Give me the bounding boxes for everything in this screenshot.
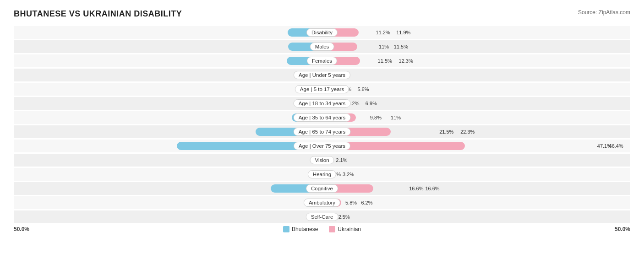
left-value-label: 11% <box>379 44 389 49</box>
right-value-label: 12.3% <box>399 58 413 64</box>
row-label: Age | Over 75 years <box>294 142 350 150</box>
chart-row: Age | 5 to 17 years4.9%5.6% <box>14 83 630 96</box>
chart-row: Females11.5%12.3% <box>14 54 630 67</box>
row-label: Age | 65 to 74 years <box>294 128 351 136</box>
row-label: Age | 35 to 64 years <box>294 113 351 122</box>
right-value-label: 11% <box>391 115 401 120</box>
footer: 50.0% Bhutanese Ukrainian 50.0% <box>14 226 630 232</box>
ukrainian-label: Ukrainian <box>338 226 361 232</box>
row-label: Males <box>310 43 334 51</box>
chart-row: Self-Care2.4%2.5% <box>14 210 630 223</box>
chart-row: Disability11.2%11.9% <box>14 26 630 39</box>
chart-row: Age | 18 to 34 years6.2%6.9% <box>14 97 630 110</box>
legend-bhutanese: Bhutanese <box>283 226 318 232</box>
header: BHUTANESE VS UKRAINIAN DISABILITY Source… <box>14 9 630 19</box>
legend: Bhutanese Ukrainian <box>29 226 615 232</box>
chart-row: Age | Under 5 years1.2%1.3% <box>14 69 630 81</box>
chart-row: Males11%11.5% <box>14 40 630 53</box>
scale-right: 50.0% <box>615 226 630 232</box>
row-label: Cognitive <box>306 184 338 193</box>
chart-row: Hearing3.2%3.2% <box>14 168 630 181</box>
row-label: Hearing <box>308 170 336 178</box>
left-value-label: 9.8% <box>370 115 382 120</box>
left-value-label: 11.5% <box>378 58 392 64</box>
left-value-label: 21.5% <box>439 129 453 135</box>
right-value-label: 2.5% <box>338 214 350 220</box>
right-value-label: 6.2% <box>361 200 372 205</box>
page-title: BHUTANESE VS UKRAINIAN DISABILITY <box>14 9 182 19</box>
row-label: Age | 18 to 34 years <box>294 99 351 108</box>
row-label: Vision <box>310 156 334 164</box>
chart-row: Ambulatory5.8%6.2% <box>14 196 630 209</box>
row-label: Age | 5 to 17 years <box>295 85 349 93</box>
right-value-label: 3.2% <box>343 172 354 177</box>
row-label: Ambulatory <box>304 199 340 207</box>
legend-ukrainian: Ukrainian <box>329 226 361 232</box>
page-container: BHUTANESE VS UKRAINIAN DISABILITY Source… <box>14 9 630 232</box>
left-value-label: 11.2% <box>376 30 390 35</box>
left-value-label: 16.6% <box>409 186 423 191</box>
right-value-label: 22.3% <box>460 129 475 135</box>
source-credit: Source: ZipAtlas.com <box>578 9 630 16</box>
right-value-label: 11.5% <box>394 44 408 49</box>
scale-left: 50.0% <box>14 226 29 232</box>
right-value-label: 11.9% <box>396 30 410 35</box>
bhutanese-label: Bhutanese <box>292 226 318 232</box>
right-value-label: 16.6% <box>425 186 439 191</box>
chart-row: Age | 35 to 64 years9.8%11% <box>14 111 630 124</box>
chart-row: Cognitive16.6%16.6% <box>14 182 630 195</box>
chart-row: Age | 65 to 74 years21.5%22.3% <box>14 125 630 138</box>
ukrainian-swatch <box>329 226 335 232</box>
row-label: Self-Care <box>306 213 338 221</box>
right-value-label: 2.1% <box>336 157 347 163</box>
right-value-label: 6.9% <box>366 101 377 106</box>
row-label: Disability <box>306 28 338 37</box>
left-value-label: 5.8% <box>345 200 357 205</box>
right-value-label: 46.4% <box>609 143 623 149</box>
row-label: Females <box>307 57 337 65</box>
bhutanese-swatch <box>283 226 289 232</box>
right-value-label: 5.6% <box>357 86 369 92</box>
chart-row: Age | Over 75 years47.1%46.4% <box>14 140 630 152</box>
row-label: Age | Under 5 years <box>294 71 350 79</box>
chart-row: Vision2%2.1% <box>14 154 630 167</box>
chart-area: Disability11.2%11.9%Males11%11.5%Females… <box>14 26 630 223</box>
